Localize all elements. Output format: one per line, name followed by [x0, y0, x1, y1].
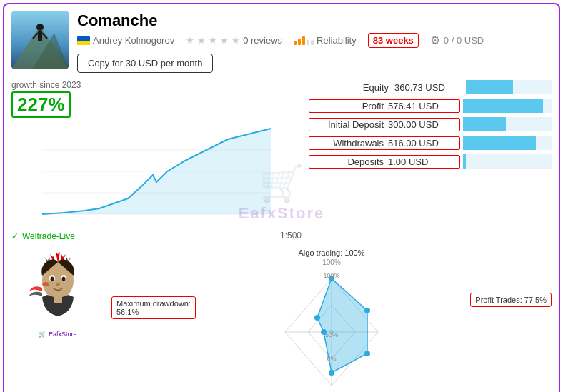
- svg-point-17: [56, 283, 60, 286]
- growth-percent: 227%: [11, 91, 71, 118]
- leverage-label: 1:500: [280, 231, 302, 241]
- svg-point-27: [364, 308, 370, 313]
- usd-value: 0 / 0 USD: [444, 35, 484, 46]
- reliability-bars: [294, 36, 314, 45]
- signal-title: Comanche: [77, 11, 157, 30]
- rel-bar-5: [311, 40, 314, 45]
- reliability-block: Reliability: [294, 35, 357, 46]
- indian-logo: [19, 248, 97, 327]
- svg-point-3: [36, 24, 44, 31]
- profit-value: 576.41 USD: [388, 101, 459, 111]
- withdrawals-label: Withdrawals: [309, 138, 388, 149]
- equity-bar: [466, 80, 513, 94]
- equity-bar-container: [466, 80, 552, 94]
- stat-row-deposits: Deposits 1.00 USD: [309, 154, 552, 169]
- svg-rect-4: [38, 31, 42, 41]
- reviews-count: 0 reviews: [243, 35, 282, 46]
- initial-deposit-label: Initial Deposit: [309, 119, 388, 130]
- svg-marker-25: [317, 278, 367, 373]
- logo-svg: [19, 248, 97, 327]
- svg-point-14: [51, 277, 54, 282]
- initial-deposit-bar-container: [463, 117, 552, 131]
- rel-bar-1: [294, 41, 297, 45]
- svg-text:100%: 100%: [323, 272, 339, 279]
- star-2: ★: [197, 35, 206, 46]
- avatar-svg: [11, 11, 69, 69]
- author-name: Andrey Kolmogorov: [93, 35, 174, 46]
- main-content: growth since 2023 227% ✓ We: [11, 80, 552, 241]
- growth-chart: [11, 121, 302, 228]
- broker-label: ✓ Weltrade-Live: [11, 231, 75, 241]
- profit-bar: [463, 99, 543, 113]
- meta-row: Andrey Kolmogorov ★ ★ ★ ★ ★ 0 reviews: [77, 33, 552, 48]
- copy-button[interactable]: Copy for 30 USD per month: [77, 54, 213, 73]
- left-panel: growth since 2023 227% ✓ We: [11, 80, 302, 241]
- svg-point-29: [329, 370, 334, 376]
- rel-bar-3: [302, 36, 305, 45]
- hundred-label: 100%: [111, 258, 552, 266]
- deposits-bar-container: [463, 154, 552, 169]
- check-icon: ✓: [11, 231, 19, 241]
- deposits-label: Deposits: [309, 156, 388, 167]
- logo-area: 🛒 EafxStore: [11, 248, 104, 338]
- radar-chart-wrapper: Maximum drawdown: 56.1%: [111, 268, 552, 392]
- radar-svg: 100% 50% 0%: [253, 268, 410, 392]
- drawdown-badge: Maximum drawdown: 56.1%: [111, 296, 196, 319]
- ukraine-flag-icon: [77, 36, 90, 45]
- growth-label: growth since 2023: [11, 80, 302, 90]
- svg-point-16: [62, 277, 66, 282]
- svg-text:0%: 0%: [327, 355, 336, 362]
- bottom-section: 🛒 EafxStore Algo trading: 100% 100% Maxi…: [11, 248, 552, 392]
- profit-trades-badge: Profit Trades: 77.5%: [470, 293, 552, 307]
- profit-label: Profit: [309, 101, 388, 111]
- rel-bar-2: [298, 39, 301, 45]
- svg-rect-18: [54, 297, 62, 303]
- stars-block: ★ ★ ★ ★ ★ 0 reviews: [186, 35, 282, 46]
- main-container: 🛒 EafxStore: [3, 3, 560, 392]
- broker-name: Weltrade-Live: [22, 231, 75, 241]
- initial-deposit-value: 300.00 USD: [388, 119, 459, 130]
- svg-point-31: [314, 315, 320, 321]
- algo-trading-label: Algo trading: 100%: [111, 248, 552, 257]
- svg-point-28: [364, 351, 370, 356]
- usd-block: ⚙ 0 / 0 USD: [430, 34, 484, 47]
- withdrawals-value: 516.00 USD: [388, 138, 459, 149]
- drawdown-badge-container: Maximum drawdown: 56.1%: [111, 296, 196, 319]
- equity-value: 360.73 USD: [394, 82, 466, 93]
- chart-area: [11, 121, 302, 228]
- profit-bar-container: [463, 99, 552, 113]
- radar-area: Algo trading: 100% 100% Maximum drawdown…: [111, 248, 552, 392]
- header-section: Comanche Andrey Kolmogorov ★ ★ ★ ★ ★ 0 r…: [11, 11, 552, 73]
- star-3: ★: [209, 35, 217, 46]
- eafx-logo-bottom: 🛒 EafxStore: [39, 330, 76, 338]
- svg-point-19: [42, 282, 49, 286]
- stat-row-deposit: Initial Deposit 300.00 USD: [309, 117, 552, 131]
- reliability-label: Reliability: [317, 35, 357, 46]
- avatar: [11, 11, 69, 69]
- star-4: ★: [220, 35, 229, 46]
- deposits-value: 1.00 USD: [388, 156, 459, 167]
- rel-bar-4: [307, 40, 309, 45]
- drawdown-value: 56.1%: [116, 308, 139, 316]
- right-stats: Equity 360.73 USD Profit 576.41 USD: [309, 80, 552, 241]
- weeks-badge: 83 weeks: [368, 33, 419, 48]
- deposits-bar: [463, 154, 466, 169]
- author-block: Andrey Kolmogorov: [77, 35, 174, 46]
- withdrawals-bar-container: [463, 136, 552, 150]
- stat-row-withdrawals: Withdrawals 516.00 USD: [309, 136, 552, 150]
- initial-deposit-bar: [463, 117, 506, 131]
- drawdown-label: Maximum drawdown:: [116, 299, 191, 308]
- star-1: ★: [186, 35, 194, 46]
- stat-row-equity: Equity 360.73 USD: [309, 80, 552, 94]
- profit-trades-label: Profit Trades: 77.5%: [475, 296, 547, 304]
- svg-text:50%: 50%: [325, 331, 338, 338]
- title-row: Comanche: [77, 11, 552, 30]
- equity-label: Equity: [309, 82, 394, 93]
- star-5: ★: [231, 35, 240, 46]
- stat-row-profit: Profit 576.41 USD: [309, 99, 552, 113]
- header-info: Comanche Andrey Kolmogorov ★ ★ ★ ★ ★ 0 r…: [77, 11, 552, 73]
- profit-trades-badge-container: Profit Trades: 77.5%: [470, 293, 552, 307]
- gear-icon: ⚙: [430, 34, 440, 47]
- withdrawals-bar: [463, 136, 536, 150]
